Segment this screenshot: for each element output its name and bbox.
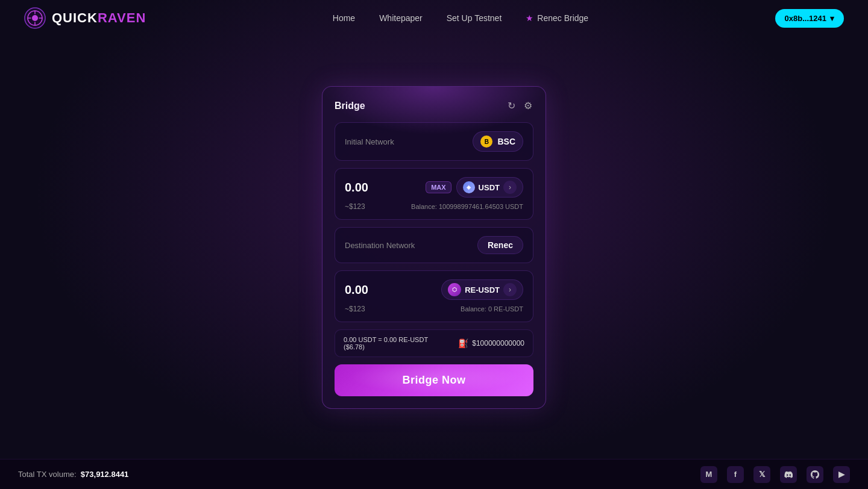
tx-volume: Total TX volume: $73,912.8441 [18, 470, 128, 479]
initial-network-value: B BSC [473, 131, 523, 152]
nav-home[interactable]: Home [333, 13, 355, 23]
from-amount-section: 0.00 MAX ◈ USDT › ~$123 Balance: 1009989… [335, 168, 533, 220]
settings-button[interactable]: ⚙ [523, 99, 533, 113]
to-balance: Balance: 0 RE-USDT [461, 305, 523, 313]
nav-setup-testnet[interactable]: Set Up Testnet [447, 13, 502, 23]
to-token-selector[interactable]: ⬡ RE-USDT › [441, 279, 523, 300]
from-usd-value: ~$123 [345, 202, 365, 211]
initial-network-name: BSC [497, 137, 515, 146]
destination-network-label: Destination Network [345, 241, 415, 250]
nav-renec-bridge[interactable]: ★ Renec Bridge [526, 13, 588, 23]
re-usdt-icon: ⬡ [448, 283, 461, 296]
stack-icon[interactable]: ▶ [833, 466, 850, 483]
from-token-name: USDT [479, 183, 500, 192]
from-token-selector[interactable]: ◈ USDT › [456, 177, 523, 198]
max-button[interactable]: MAX [426, 181, 451, 193]
tx-value: $73,912.8441 [81, 470, 129, 479]
exchange-info: 0.00 USDT = 0.00 RE-USDT ($6.78) ⛽ $1000… [335, 329, 533, 357]
footer: Total TX volume: $73,912.8441 M f 𝕏 ▶ [0, 459, 868, 489]
to-amount-value: 0.00 [345, 283, 368, 297]
from-amount-controls: MAX ◈ USDT › [426, 177, 523, 198]
usdt-icon: ◈ [463, 181, 475, 193]
main-nav: Home Whitepaper Set Up Testnet ★ Renec B… [333, 13, 588, 23]
to-usd-value: ~$123 [345, 305, 365, 313]
svg-point-2 [32, 15, 38, 21]
gas-info: ⛽ $100000000000 [458, 338, 524, 348]
from-balance: Balance: 100998997461.64503 USDT [411, 203, 523, 210]
twitter-icon[interactable]: 𝕏 [753, 466, 770, 483]
from-amount-footer: ~$123 Balance: 100998997461.64503 USDT [345, 202, 523, 211]
tx-label: Total TX volume: [18, 470, 77, 479]
github-icon[interactable] [807, 466, 823, 483]
logo-icon [24, 7, 46, 29]
wallet-address: 0x8b...1241 [785, 14, 826, 23]
social-icons: M f 𝕏 ▶ [700, 466, 850, 483]
medium-icon[interactable]: M [700, 466, 717, 483]
logo: QUICKRAVEN [24, 7, 146, 29]
to-amount-row: 0.00 ⬡ RE-USDT › [345, 279, 523, 300]
discord-icon[interactable] [780, 466, 797, 483]
initial-network-label: Initial Network [345, 137, 394, 146]
to-token-name: RE-USDT [465, 285, 500, 294]
logo-quick-text: QUICK [52, 10, 98, 25]
main-content: Bridge ↻ ⚙ Initial Network B BSC 0.00 MA… [0, 36, 868, 459]
card-actions: ↻ ⚙ [506, 99, 533, 113]
facebook-icon[interactable]: f [727, 466, 744, 483]
bridge-card: Bridge ↻ ⚙ Initial Network B BSC 0.00 MA… [322, 86, 546, 409]
header: QUICKRAVEN Home Whitepaper Set Up Testne… [0, 0, 868, 36]
gas-amount: $100000000000 [472, 339, 524, 347]
star-icon: ★ [526, 13, 533, 23]
from-token-chevron[interactable]: › [503, 181, 517, 194]
to-amount-controls: ⬡ RE-USDT › [441, 279, 523, 300]
gas-icon: ⛽ [458, 338, 468, 348]
nav-whitepaper[interactable]: Whitepaper [379, 13, 423, 23]
bridge-now-button[interactable]: Bridge Now [335, 364, 533, 396]
bsc-icon: B [480, 135, 492, 148]
to-amount-section: 0.00 ⬡ RE-USDT › ~$123 Balance: 0 RE-USD… [335, 270, 533, 322]
to-token-chevron[interactable]: › [503, 283, 517, 296]
destination-network-value[interactable]: Renec [477, 236, 523, 254]
destination-network-selector[interactable]: Destination Network Renec [335, 227, 533, 263]
refresh-button[interactable]: ↻ [506, 99, 517, 113]
chevron-down-icon: ▾ [830, 14, 834, 23]
logo-raven-text: RAVEN [98, 10, 146, 25]
exchange-rate: 0.00 USDT = 0.00 RE-USDT ($6.78) [344, 336, 428, 350]
bridge-title: Bridge [335, 101, 365, 111]
to-amount-footer: ~$123 Balance: 0 RE-USDT [345, 305, 523, 313]
initial-network-selector[interactable]: Initial Network B BSC [335, 122, 533, 161]
wallet-button[interactable]: 0x8b...1241 ▾ [775, 9, 844, 28]
from-amount-row: 0.00 MAX ◈ USDT › [345, 177, 523, 198]
card-header: Bridge ↻ ⚙ [335, 99, 533, 113]
from-amount-value[interactable]: 0.00 [345, 181, 368, 195]
